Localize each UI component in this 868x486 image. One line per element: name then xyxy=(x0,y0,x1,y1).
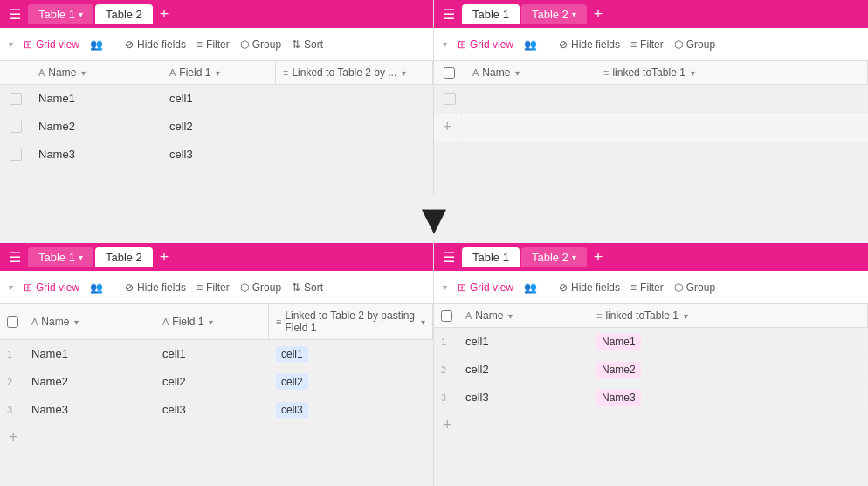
top-right-header-linked: ≡ linked toTable 1 ▾ xyxy=(596,61,868,84)
top-left-sort-label: Sort xyxy=(304,38,323,51)
bl-row2-linked: cell2 xyxy=(269,368,433,395)
hide-icon: ⊘ xyxy=(125,38,134,51)
br-name-caret[interactable]: ▾ xyxy=(508,311,513,321)
br-col-linked-label: linked toTable 1 xyxy=(605,309,678,322)
top-right-people[interactable]: 👥 xyxy=(524,38,537,51)
top-right-tab-table1[interactable]: Table 1 xyxy=(462,4,520,24)
top-right-hamburger[interactable]: ☰ xyxy=(437,3,460,26)
br-row2-num: 2 xyxy=(434,356,458,383)
top-right-divider xyxy=(548,36,548,53)
row1-checkbox[interactable] xyxy=(0,85,31,112)
tr-add-row[interactable]: + xyxy=(434,113,462,142)
top-right-tab-table2[interactable]: Table 2 ▾ xyxy=(521,4,587,24)
bl-row3-num: 3 xyxy=(0,396,24,423)
bl-header-name: A Name ▾ xyxy=(24,304,155,339)
br-name-icon: A xyxy=(465,310,472,321)
sort-icon: ⇅ xyxy=(292,38,300,51)
br-col-name-label: Name xyxy=(475,309,503,322)
br-filter[interactable]: ≡ Filter xyxy=(630,281,664,294)
tr-linked-caret[interactable]: ▾ xyxy=(691,68,695,78)
tr-name-caret[interactable]: ▾ xyxy=(515,68,520,78)
hamburger-icon[interactable]: ☰ xyxy=(3,3,26,26)
br-header-checkbox[interactable] xyxy=(441,310,452,322)
top-left-sort[interactable]: ⇅ Sort xyxy=(292,38,323,51)
top-right-grid: A Name ▾ ≡ linked toTable 1 ▾ xyxy=(434,61,868,196)
br-divider xyxy=(548,279,548,296)
bl-people[interactable]: 👥 xyxy=(90,281,103,294)
top-left-hidefields[interactable]: ⊘ Hide fields xyxy=(125,38,186,51)
top-left-gridview[interactable]: ⊞ Grid view xyxy=(24,38,79,51)
tr-row1-checkbox[interactable] xyxy=(434,85,465,112)
table-row: 2 cell2 Name2 xyxy=(434,356,868,384)
row3-checkbox[interactable] xyxy=(0,141,31,168)
top-left-filter[interactable]: ≡ Filter xyxy=(196,38,230,51)
table-row: + xyxy=(434,113,868,142)
table-row: Name3 cell3 xyxy=(0,141,433,169)
bl-tab-table2[interactable]: Table 2 xyxy=(95,247,153,267)
bl-tab1-caret: ▾ xyxy=(79,253,83,262)
br-tab-table2[interactable]: Table 2 ▾ xyxy=(521,247,587,267)
br-tab-table1[interactable]: Table 1 xyxy=(462,247,520,267)
bottom-left-toolbar: ▾ ⊞ Grid view 👥 ⊘ Hide fields ≡ xyxy=(0,271,433,304)
bl-group[interactable]: ⬡ Group xyxy=(240,281,281,294)
bl-hidefields[interactable]: ⊘ Hide fields xyxy=(125,281,186,294)
row2-checkbox[interactable] xyxy=(0,113,31,140)
top-right-group[interactable]: ⬡ Group xyxy=(674,38,715,51)
filter-icon: ≡ xyxy=(196,38,203,51)
br-hidefields-label: Hide fields xyxy=(571,281,620,294)
bl-sort[interactable]: ⇅ Sort xyxy=(292,281,323,294)
bl-row1-field1: cell1 xyxy=(155,340,269,367)
header-checkbox[interactable] xyxy=(444,67,455,79)
br-hamburger[interactable]: ☰ xyxy=(437,246,460,269)
top-left-add-tab[interactable]: + xyxy=(155,3,175,25)
field1-col-caret[interactable]: ▾ xyxy=(216,68,220,78)
bl-tab2-label: Table 2 xyxy=(106,251,142,264)
bl-col-name-label: Name xyxy=(41,316,69,328)
bl-grid-header: A Name ▾ A Field 1 ▾ ≡ Linked to Table 2… xyxy=(0,304,433,340)
br-add-tab[interactable]: + xyxy=(589,246,609,268)
bl-tab-table1[interactable]: Table 1 ▾ xyxy=(28,247,93,267)
bl-gridview[interactable]: ⊞ Grid view xyxy=(24,281,79,294)
top-right-gridview-label: Grid view xyxy=(470,38,513,51)
br-people[interactable]: 👥 xyxy=(524,281,537,294)
bl-toolbar-caret[interactable]: ▾ xyxy=(9,282,13,292)
bl-row2-num: 2 xyxy=(0,368,24,395)
bl-add-tab[interactable]: + xyxy=(155,246,175,268)
top-right-toolbar-caret[interactable]: ▾ xyxy=(443,39,447,49)
table-row: 1 cell1 Name1 xyxy=(434,328,868,356)
br-gridview[interactable]: ⊞ Grid view xyxy=(458,281,513,294)
top-right-hidefields[interactable]: ⊘ Hide fields xyxy=(559,38,620,51)
top-left-toolbar-caret[interactable]: ▾ xyxy=(9,39,13,49)
bl-header-checkbox[interactable] xyxy=(7,316,18,328)
br-group[interactable]: ⬡ Group xyxy=(674,281,715,294)
row1-field1: cell1 xyxy=(162,85,276,112)
top-right-filter[interactable]: ≡ Filter xyxy=(630,38,664,51)
top-left-group[interactable]: ⬡ Group xyxy=(240,38,281,51)
bl-field1-caret[interactable]: ▾ xyxy=(209,317,213,327)
br-group-icon: ⬡ xyxy=(674,281,683,294)
top-right-tabbar: ☰ Table 1 Table 2 ▾ + xyxy=(434,0,868,28)
top-left-wrapper: ☰ Table 1 ▾ Table 2 + ▾ ⊞ Grid view xyxy=(0,0,433,196)
br-hidefields[interactable]: ⊘ Hide fields xyxy=(559,281,620,294)
top-left-tab-table1[interactable]: Table 1 ▾ xyxy=(28,4,93,24)
br-linked-caret[interactable]: ▾ xyxy=(684,311,688,321)
bl-group-icon: ⬡ xyxy=(240,281,249,294)
br-add-row[interactable]: + xyxy=(434,412,462,439)
name-col-caret[interactable]: ▾ xyxy=(81,68,86,78)
bottom-right-tabbar: ☰ Table 1 Table 2 ▾ + xyxy=(434,243,868,271)
row2-linked xyxy=(276,113,433,140)
bl-name-caret[interactable]: ▾ xyxy=(74,317,79,327)
bl-linked-caret[interactable]: ▾ xyxy=(421,317,425,327)
top-left-tab-table2[interactable]: Table 2 xyxy=(95,4,153,24)
br-toolbar-caret[interactable]: ▾ xyxy=(443,282,447,292)
tr-row1-linked xyxy=(596,85,868,112)
linked-col-caret[interactable]: ▾ xyxy=(402,68,406,78)
bl-add-row[interactable]: + xyxy=(0,424,28,451)
br-row2-chip: Name2 xyxy=(596,362,641,378)
top-right-add-tab[interactable]: + xyxy=(589,3,609,25)
top-right-gridview[interactable]: ⊞ Grid view xyxy=(458,38,513,51)
top-left-people[interactable]: 👥 xyxy=(90,38,103,51)
bl-hamburger[interactable]: ☰ xyxy=(3,246,26,269)
bl-header-field1: A Field 1 ▾ xyxy=(155,304,269,339)
bl-filter[interactable]: ≡ Filter xyxy=(196,281,230,294)
